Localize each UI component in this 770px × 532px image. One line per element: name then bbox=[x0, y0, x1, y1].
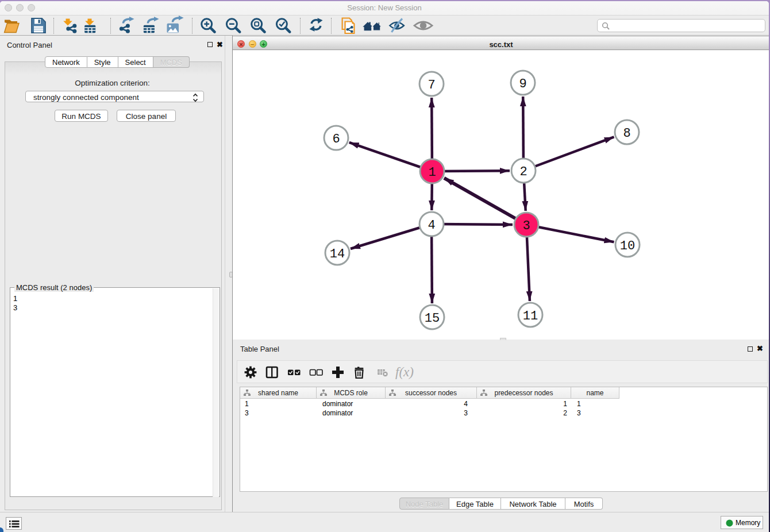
svg-text:f(x): f(x) bbox=[395, 365, 414, 379]
svg-text:7: 7 bbox=[428, 78, 435, 92]
svg-text:3: 3 bbox=[522, 219, 530, 233]
svg-text:9: 9 bbox=[519, 77, 526, 91]
svg-text:14: 14 bbox=[330, 247, 345, 261]
svg-text:1: 1 bbox=[428, 165, 436, 180]
svg-text:4: 4 bbox=[428, 218, 435, 233]
svg-text:11: 11 bbox=[523, 309, 538, 323]
svg-text:6: 6 bbox=[332, 132, 340, 147]
svg-text:2: 2 bbox=[519, 165, 527, 179]
svg-text:15: 15 bbox=[425, 311, 440, 326]
svg-text:10: 10 bbox=[620, 239, 635, 253]
svg-text:8: 8 bbox=[623, 126, 630, 141]
